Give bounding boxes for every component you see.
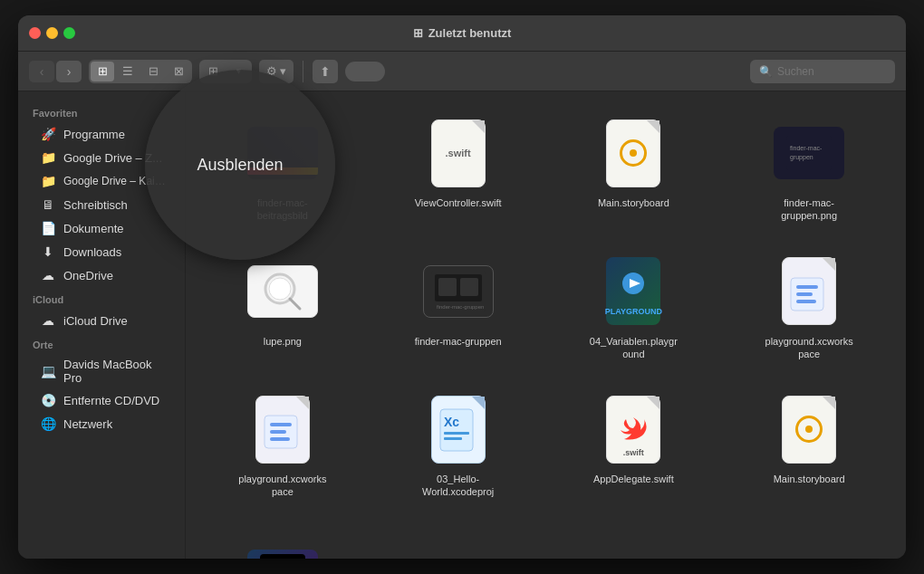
- lupe-thumbnail: [247, 265, 318, 318]
- sidebar-item-label: Entfernte CD/DVD: [63, 394, 159, 407]
- maximize-button[interactable]: [63, 27, 75, 39]
- sidebar-item-downloads[interactable]: ⬇ Downloads: [22, 240, 181, 263]
- forward-button[interactable]: ›: [56, 61, 82, 82]
- folder-icon: 📁: [40, 149, 56, 166]
- sidebar-item-icloud[interactable]: ☁ iCloud Drive: [22, 309, 181, 332]
- sidebar-item-cd[interactable]: 💿 Entfernte CD/DVD: [22, 388, 181, 412]
- svg-text:finder-mac-gruppen: finder-mac-gruppen: [437, 304, 484, 310]
- file-label: Main.storyboard: [774, 473, 845, 485]
- window-title: ⊞ Zuletzt benutzt: [413, 26, 512, 40]
- sidebar-item-label: Programme: [63, 128, 125, 141]
- file-label: playground.xcworkspace: [237, 473, 328, 499]
- storyboard-icon-2: [782, 396, 836, 464]
- search-box[interactable]: 🔍: [750, 60, 895, 83]
- locations-label: Orte: [18, 332, 185, 354]
- view-columns-button[interactable]: ⊟: [141, 62, 165, 81]
- file-item-lupe[interactable]: lupe.png: [204, 248, 361, 368]
- window-title-text: Zuletzt benutzt: [428, 26, 512, 40]
- desktop-icon: 🖥: [40, 196, 56, 213]
- dark-image-icon: finder-mac- gruppen: [774, 127, 844, 179]
- file-icon-lupe: [246, 255, 319, 328]
- svg-rect-0: [786, 136, 832, 170]
- sidebar-item-label: Downloads: [63, 245, 121, 259]
- cd-icon: 💿: [40, 392, 56, 408]
- swift-icon-2: .swift: [606, 396, 660, 464]
- pill-button[interactable]: [345, 62, 385, 81]
- icloud-label: iCloud: [18, 287, 185, 309]
- svg-rect-15: [796, 285, 818, 289]
- titlebar: ⊞ Zuletzt benutzt: [18, 15, 906, 52]
- back-button[interactable]: ‹: [29, 61, 54, 82]
- share-button[interactable]: ⬆: [313, 60, 338, 83]
- svg-rect-8: [438, 278, 457, 296]
- file-item-partial[interactable]: [204, 524, 361, 559]
- view-cover-button[interactable]: ⊠: [167, 62, 190, 81]
- xcproj-icon: Xc: [431, 396, 486, 464]
- search-icon: 🔍: [759, 65, 773, 78]
- sidebar-item-label: iCloud Drive: [63, 314, 128, 328]
- svg-rect-9: [460, 278, 478, 296]
- svg-point-4: [269, 278, 291, 300]
- file-label: Main.storyboard: [598, 196, 669, 209]
- file-icon-viewcontroller: .swift: [422, 117, 495, 189]
- folder-icon-2: 📁: [40, 173, 56, 189]
- file-item-xcworkspace2[interactable]: playground.xcworkspace: [204, 386, 361, 506]
- svg-rect-24: [444, 432, 469, 435]
- toolbar-separator: [303, 61, 303, 82]
- file-label: 04_Variablen.playground: [588, 335, 679, 361]
- file-icon-finder-gruppen: finder-mac- gruppen: [773, 117, 845, 189]
- file-item-xcworkspace1[interactable]: playground.xcworkspace: [730, 248, 888, 368]
- file-item-finder-gruppen-png[interactable]: finder-mac- gruppen finder-mac-gruppen.p…: [730, 110, 888, 230]
- file-item-xcodeproj[interactable]: Xc 03_Hello-World.xcodeproj: [380, 386, 537, 506]
- file-item-main-storyboard2[interactable]: Main.storyboard: [730, 386, 888, 506]
- svg-rect-20: [270, 430, 286, 434]
- file-label: finder-mac-gruppen: [415, 335, 502, 348]
- svg-text:finder-mac-: finder-mac-: [790, 145, 823, 151]
- playground-icon: PLAYGROUND: [606, 257, 660, 325]
- traffic-lights: [29, 27, 75, 39]
- dokumente-icon: 📄: [40, 220, 56, 236]
- onedrive-icon: ☁: [40, 267, 56, 283]
- tooltip-circle: Ausblenden: [145, 70, 335, 260]
- view-buttons: ⊞ ☰ ⊟ ⊠: [89, 60, 192, 83]
- svg-line-5: [290, 299, 300, 309]
- file-icon-dark-screenshot: finder-mac-gruppen: [422, 255, 495, 328]
- file-item-finder-mac-gruppen[interactable]: finder-mac-gruppen finder-mac-gruppen: [380, 248, 537, 368]
- sidebar-item-label: Davids MacBook Pro: [63, 358, 170, 385]
- sidebar-item-dokumente[interactable]: 📄 Dokumente: [22, 216, 181, 240]
- sidebar-item-label: Schreibtisch: [63, 198, 128, 212]
- sidebar-item-onedrive[interactable]: ☁ OneDrive: [22, 263, 181, 287]
- svg-rect-21: [270, 437, 290, 441]
- sidebar-item-macbook[interactable]: 💻 Davids MacBook Pro: [22, 354, 181, 388]
- search-input[interactable]: [777, 65, 886, 78]
- file-item-viewcontroller[interactable]: .swift ViewController.swift: [380, 110, 537, 230]
- svg-text:Xc: Xc: [444, 415, 459, 429]
- tooltip-text: Ausblenden: [197, 156, 283, 175]
- file-item-playground[interactable]: PLAYGROUND 04_Variablen.playground: [555, 248, 713, 368]
- file-icon-xcodeproj: Xc: [422, 393, 495, 465]
- file-item-main-storyboard[interactable]: Main.storyboard: [555, 110, 713, 230]
- file-icon-xcworkspace2: [246, 393, 319, 465]
- file-icon-storyboard: [597, 117, 669, 189]
- svg-rect-16: [796, 292, 813, 296]
- svg-rect-25: [444, 437, 462, 440]
- file-item-appdelegate[interactable]: .swift AppDelegate.swift: [555, 386, 713, 506]
- file-icon-storyboard2: [773, 393, 845, 465]
- file-label: ViewController.swift: [415, 196, 502, 209]
- file-label: finder-mac-gruppen.png: [764, 196, 854, 223]
- minimize-button[interactable]: [46, 27, 58, 39]
- xcworkspace-icon-2: [255, 396, 310, 464]
- file-icon-partial: [246, 531, 319, 559]
- file-label: lupe.png: [264, 335, 302, 348]
- icloud-icon: ☁: [40, 312, 56, 329]
- view-icon-button[interactable]: ⊞: [91, 62, 114, 81]
- sidebar-item-netzwerk[interactable]: 🌐 Netzwerk: [22, 412, 181, 435]
- xcworkspace-icon-1: [782, 257, 836, 325]
- svg-rect-17: [796, 300, 816, 303]
- view-list-button[interactable]: ☰: [116, 62, 140, 81]
- svg-rect-26: [260, 554, 305, 559]
- file-label: playground.xcworkspace: [764, 335, 854, 361]
- close-button[interactable]: [29, 27, 41, 39]
- network-icon: 🌐: [40, 416, 56, 432]
- file-label: 03_Hello-World.xcodeproj: [413, 473, 504, 499]
